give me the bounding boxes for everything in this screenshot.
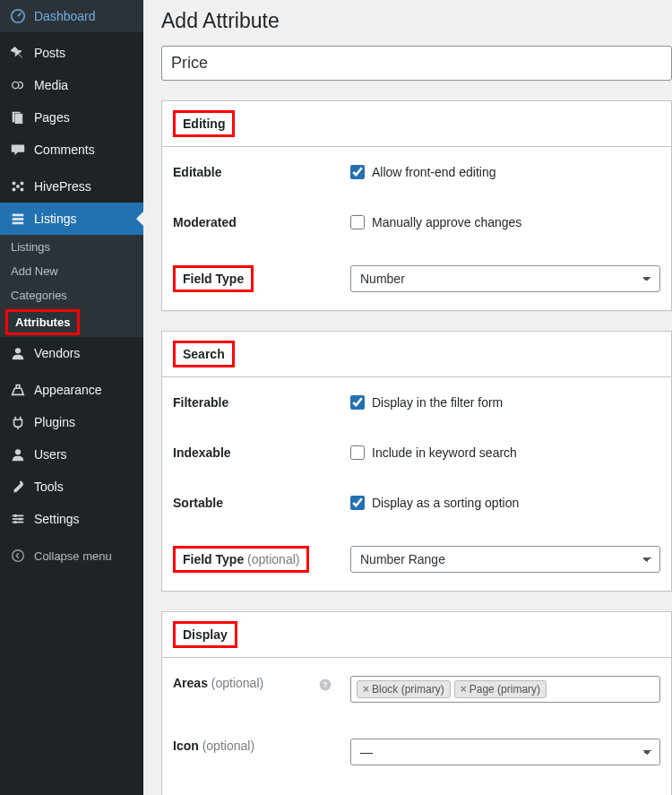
sidebar-item-plugins[interactable]: Plugins (0, 406, 143, 438)
tag-remove-icon[interactable]: × (461, 683, 467, 696)
svg-rect-11 (13, 222, 24, 225)
svg-point-7 (13, 188, 16, 192)
appearance-icon (9, 381, 27, 399)
svg-point-6 (16, 185, 20, 188)
tag-remove-icon[interactable]: × (363, 683, 369, 696)
editable-checkbox-row[interactable]: Allow front-end editing (350, 165, 660, 179)
hive-icon (9, 177, 27, 195)
svg-point-19 (14, 521, 17, 523)
sidebar-item-label: Appearance (34, 383, 102, 397)
tools-icon (9, 478, 27, 496)
icon-select[interactable]: — (350, 739, 660, 765)
collapse-icon (9, 547, 27, 565)
display-heading: Display (173, 621, 237, 648)
svg-point-4 (13, 181, 16, 185)
indexable-checkbox[interactable] (350, 445, 365, 460)
sidebar-item-settings[interactable]: Settings (0, 503, 143, 535)
editing-field-type-select[interactable]: Number (350, 265, 660, 292)
areas-tags-input[interactable]: ×Block (primary) ×Page (primary) (350, 676, 660, 703)
sidebar-item-hivepress[interactable]: HivePress (0, 170, 143, 203)
moderated-checkbox-row[interactable]: Manually approve changes (350, 215, 660, 229)
search-field-type-label: Field Type (183, 552, 244, 566)
area-tag[interactable]: ×Block (primary) (357, 680, 451, 698)
settings-icon (9, 510, 27, 528)
editing-header: Editing (162, 101, 671, 147)
sidebar-item-tools[interactable]: Tools (0, 471, 143, 503)
svg-point-18 (19, 517, 22, 520)
areas-optional: (optional) (211, 676, 263, 690)
moderated-label: Moderated (173, 215, 237, 229)
page-title: Add Attribute (161, 9, 672, 33)
filterable-checkbox[interactable] (350, 395, 365, 410)
media-icon (9, 76, 27, 94)
sidebar-item-users[interactable]: Users (0, 438, 143, 471)
sidebar-item-label: Media (34, 78, 68, 92)
filterable-label: Filterable (173, 395, 228, 410)
users-icon (9, 445, 27, 463)
sidebar-item-label: Pages (34, 110, 70, 125)
sidebar-item-appearance[interactable]: Appearance (0, 374, 143, 406)
svg-rect-10 (13, 218, 24, 220)
sidebar-item-label: Plugins (34, 415, 75, 429)
help-icon[interactable]: ? (318, 678, 332, 692)
listings-icon (9, 210, 27, 228)
icon-label: Icon (173, 739, 199, 753)
main-content: Add Attribute Editing Editable Allow fro… (143, 0, 672, 795)
svg-rect-16 (13, 522, 24, 523)
plugin-icon (9, 413, 27, 431)
attribute-name-input[interactable] (161, 46, 672, 81)
svg-rect-9 (13, 214, 24, 217)
indexable-checkbox-row[interactable]: Include in keyword search (350, 445, 660, 460)
sidebar-subitem-categories[interactable]: Categories (0, 283, 143, 307)
sidebar-item-label: Vendors (34, 346, 80, 360)
area-tag[interactable]: ×Page (primary) (454, 680, 547, 698)
areas-label: Areas (173, 676, 208, 690)
sortable-checkbox-row[interactable]: Display as a sorting option (350, 496, 660, 510)
svg-rect-15 (13, 518, 24, 520)
sidebar-subitem-add-new[interactable]: Add New (0, 259, 143, 283)
sidebar-item-label: Comments (34, 143, 95, 157)
sidebar-item-label: HivePress (34, 179, 91, 194)
search-field-type-optional: (optional) (247, 552, 299, 566)
sidebar-item-label: Tools (34, 480, 64, 494)
collapse-menu-button[interactable]: Collapse menu (0, 540, 143, 572)
sidebar-item-vendors[interactable]: Vendors (0, 337, 143, 369)
sidebar-subitem-attributes[interactable]: Attributes (5, 309, 80, 335)
sidebar-item-media[interactable]: Media (0, 69, 143, 101)
sidebar-item-comments[interactable]: Comments (0, 134, 143, 166)
sortable-checkbox[interactable] (350, 496, 365, 510)
comment-icon (9, 141, 27, 159)
search-heading: Search (173, 341, 235, 367)
sidebar-item-listings[interactable]: Listings (0, 203, 143, 235)
sidebar-submenu: Listings Add New Categories Attributes (0, 235, 143, 337)
editable-label: Editable (173, 165, 221, 179)
sidebar-item-label: Settings (34, 512, 80, 526)
editing-heading: Editing (173, 110, 235, 137)
dashboard-icon (9, 7, 27, 25)
sidebar-item-label: Users (34, 447, 67, 462)
display-header: Display (162, 612, 671, 658)
search-header: Search (162, 332, 671, 377)
admin-sidebar: Dashboard Posts Media Pages Comments Hiv… (0, 0, 143, 795)
svg-point-13 (15, 449, 21, 454)
sortable-label: Sortable (173, 496, 223, 510)
svg-point-20 (13, 550, 24, 562)
svg-rect-14 (13, 515, 24, 517)
sidebar-item-dashboard[interactable]: Dashboard (0, 0, 143, 32)
editing-field-type-label: Field Type (173, 265, 254, 292)
svg-point-17 (14, 514, 17, 517)
search-postbox: Search Filterable Display in the filter … (161, 331, 672, 592)
sidebar-item-label: Posts (34, 46, 65, 60)
moderated-checkbox[interactable] (350, 215, 365, 229)
moderated-checkbox-label: Manually approve changes (372, 215, 521, 229)
filterable-checkbox-row[interactable]: Display in the filter form (350, 395, 660, 410)
sidebar-subitem-listings[interactable]: Listings (0, 235, 143, 259)
editable-checkbox[interactable] (350, 165, 365, 179)
editable-checkbox-label: Allow front-end editing (372, 165, 496, 179)
sidebar-item-label: Listings (34, 212, 76, 226)
sidebar-item-posts[interactable]: Posts (0, 37, 143, 69)
search-field-type-select[interactable]: Number Range (350, 546, 660, 573)
svg-text:?: ? (323, 680, 327, 689)
search-field-type-label-wrap: Field Type (optional) (173, 546, 309, 573)
sidebar-item-pages[interactable]: Pages (0, 101, 143, 134)
